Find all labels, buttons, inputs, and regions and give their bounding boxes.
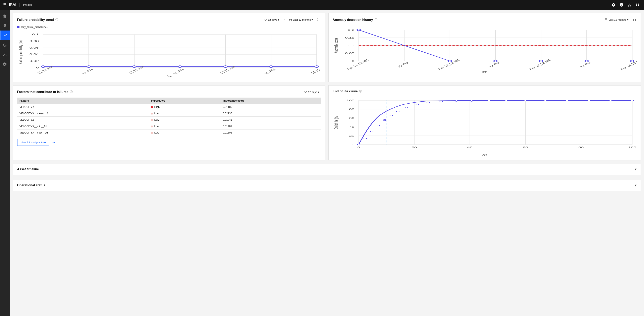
sidebar-item-settings[interactable] [0,60,10,69]
factor-name: VELOCITYX__mean__2d [17,110,148,117]
failure-trend-copy-btn[interactable] [316,17,321,22]
svg-point-109 [505,100,508,101]
asset-timeline-chevron: ▾ [635,167,636,172]
view-analysis-button[interactable]: View full analysis tree [17,139,50,146]
svg-text:12 PM: 12 PM [263,68,277,74]
failure-trend-header: Failure probability trend ⓘ 12 days ▾ La… [17,17,321,22]
operational-status-section[interactable]: Operational status ▾ [13,180,641,191]
svg-point-105 [440,101,442,102]
svg-text:60: 60 [349,117,354,119]
svg-text:0: 0 [352,60,354,62]
svg-point-100 [390,115,392,116]
anomaly-date-label: Last 12 months [608,18,626,21]
anomaly-title: Anomaly detection history [333,18,373,22]
factors-card: Factors that contribute to failures ⓘ 12… [13,85,325,160]
col-importance-score: Importance score [220,98,321,104]
svg-point-0 [4,53,5,54]
table-row: VELOCITYZ Low 0.01841 [17,117,321,123]
importance-dot [151,126,153,128]
svg-point-110 [524,100,527,101]
anomaly-copy-btn[interactable] [632,17,636,22]
factor-name: VELOCITYX__min__2d [17,123,148,130]
anomaly-info-icon[interactable]: ⓘ [374,18,378,22]
arrow-right-icon: → [52,140,56,145]
factor-importance: Low [148,123,220,130]
svg-text:0.05: 0.05 [345,52,354,54]
factors-info-icon[interactable]: ⓘ [70,90,73,94]
asset-timeline-section[interactable]: Asset timeline ▾ [13,164,641,175]
sidebar-item-predict[interactable] [0,30,10,40]
factors-filter-chevron: ▾ [318,90,320,94]
failure-trend-date-btn[interactable]: Last 12 months ▾ [287,18,314,22]
svg-point-99 [384,120,386,121]
anomaly-date-btn[interactable]: Last 12 months ▾ [603,18,630,22]
factor-name: VELOCITYY [17,104,148,110]
failure-trend-filter-btn[interactable]: 12 days ▾ [262,18,281,22]
help-icon[interactable] [618,2,625,8]
dashboard-grid: Failure probability trend ⓘ 12 days ▾ La… [13,13,641,191]
settings-icon[interactable] [610,2,617,8]
failure-trend-controls: 12 days ▾ Last 12 months ▾ [262,17,321,22]
svg-point-28 [270,66,273,68]
svg-text:Apr 11,12 AM: Apr 11,12 AM [346,59,370,70]
svg-text:12 PM: 12 PM [172,68,186,74]
col-factors: Factors [17,98,148,104]
svg-point-98 [377,125,380,126]
svg-text:0.1: 0.1 [348,44,354,47]
svg-text:20: 20 [412,146,417,148]
failure-trend-info-icon[interactable]: ⓘ [56,18,58,22]
eol-x-axis-label: Age [333,154,636,156]
importance-dot [151,132,153,134]
svg-text:Failure probability (%): Failure probability (%) [18,40,23,64]
svg-point-108 [488,100,490,101]
anomaly-title-group: Anomaly detection history ⓘ [333,18,378,22]
svg-point-24 [87,66,90,68]
anomaly-chart: 0 0.05 0.1 0.15 0.2 Apr 11,12 AM [333,26,636,70]
operational-status-chevron: ▾ [635,183,636,188]
factors-filter-label: 12 days [308,90,317,94]
svg-point-107 [470,100,473,102]
asset-timeline-title: Asset timeline [17,168,39,171]
svg-point-23 [41,66,45,68]
svg-text:20: 20 [349,134,354,137]
factors-title: Factors that contribute to failures [17,90,68,94]
factor-score: 0.01481 [220,123,321,130]
eol-chart: 0 20 40 60 80 100 0 20 40 60 80 100 [333,96,636,152]
sidebar-item-refresh[interactable] [0,40,10,50]
svg-point-97 [370,131,373,132]
nav-divider: | [19,2,20,7]
factor-name: VELOCITYX__max__2d [17,130,148,136]
anomaly-history-header: Anomaly detection history ⓘ Last 12 mont… [333,17,636,22]
failure-trend-filter-label: 12 days [268,18,277,21]
factors-table: Factors Importance Importance score VELO… [17,98,321,136]
svg-text:0.06: 0.06 [30,46,39,49]
svg-point-27 [224,66,227,68]
eol-title-group: End of life curve ⓘ [333,90,362,93]
failure-trend-card: Failure probability trend ⓘ 12 days ▾ La… [13,13,325,82]
svg-point-111 [544,100,547,101]
col-importance: Importance [148,98,220,104]
sidebar-item-hierarchy[interactable] [0,50,10,60]
anomaly-date-chevron: ▾ [627,18,628,21]
svg-point-56 [357,29,360,31]
factor-importance: Low [148,117,220,123]
factors-filter-btn[interactable]: 12 days ▾ [302,90,321,94]
eol-info-icon[interactable]: ⓘ [359,90,362,93]
svg-point-106 [455,100,458,102]
menu-icon[interactable]: ☰ [3,2,6,7]
apps-icon[interactable] [634,2,641,8]
svg-point-26 [178,66,182,68]
svg-text:0: 0 [352,143,354,146]
nav-icons [610,2,641,8]
sidebar-item-home[interactable] [0,11,10,21]
svg-text:80: 80 [578,146,584,148]
svg-point-95 [357,144,360,145]
user-icon[interactable] [626,2,633,8]
svg-text:40: 40 [349,126,354,128]
table-row: VELOCITYY High 0.91185 [17,104,321,110]
table-row: VELOCITYX__mean__2d Low 0.02136 [17,110,321,117]
eol-title: End of life curve [333,90,358,93]
factor-score: 0.91185 [220,104,321,110]
sidebar-item-location[interactable] [0,21,10,30]
factor-score: 0.01306 [220,130,321,136]
